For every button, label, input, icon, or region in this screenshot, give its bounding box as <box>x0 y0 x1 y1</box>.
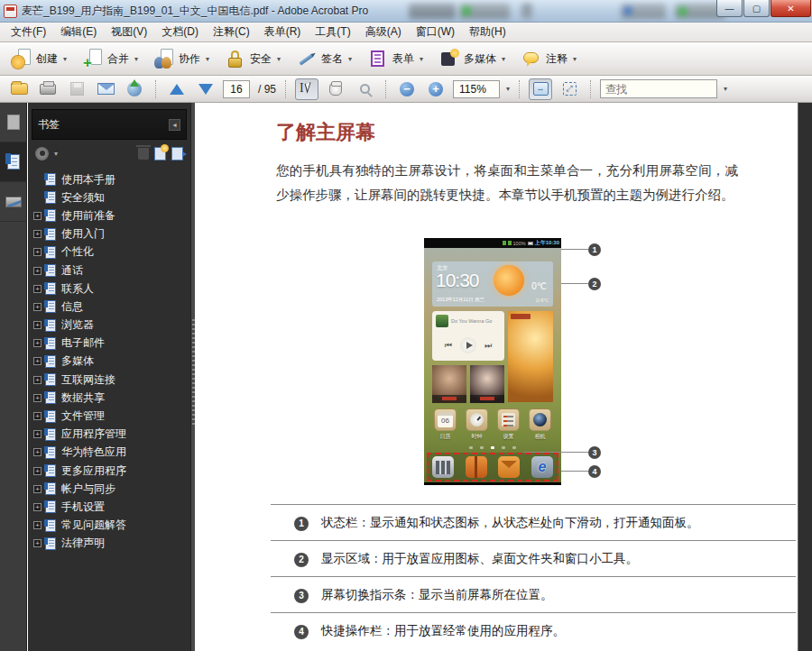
marquee-zoom-button[interactable] <box>353 78 376 100</box>
toolbar-button[interactable]: 创建 ▾ <box>5 45 73 72</box>
find-dropdown-caret-icon[interactable]: ▾ <box>724 85 727 93</box>
options-caret-icon[interactable]: ▾ <box>54 150 58 158</box>
hand-tool-button[interactable] <box>324 78 347 100</box>
open-file-button[interactable] <box>7 78 31 100</box>
collapse-panel-button[interactable]: ◂ <box>169 119 180 131</box>
bookmark-item[interactable]: + 使用前准备 <box>28 206 190 225</box>
bookmark-item[interactable]: + 常见问题解答 <box>28 517 190 535</box>
minimize-button[interactable]: — <box>716 0 743 17</box>
new-bookmark-icon[interactable] <box>154 147 166 160</box>
multimedia-icon <box>439 49 459 69</box>
globe-upload-icon <box>127 82 142 96</box>
expand-plus-icon[interactable]: + <box>33 339 42 347</box>
table-row: 4 快捷操作栏：用于放置经常使用的应用程序。 <box>271 612 796 648</box>
bookmark-item[interactable]: + 电子邮件 <box>28 335 190 353</box>
bookmark-item[interactable]: + 联系人 <box>28 280 190 298</box>
fit-page-button[interactable]: ⤢ <box>558 78 581 100</box>
find-box[interactable] <box>600 79 717 98</box>
expand-plus-icon[interactable]: + <box>33 394 42 402</box>
expand-plus-icon[interactable]: + <box>33 412 42 420</box>
save-button[interactable] <box>65 78 88 100</box>
expand-plus-icon[interactable]: + <box>33 467 42 475</box>
expand-bookmark-icon[interactable] <box>171 147 183 160</box>
menu-item[interactable]: 表单(R) <box>257 22 309 42</box>
bookmark-item[interactable]: + 互联网连接 <box>28 371 190 389</box>
navigation-pane-strip <box>0 103 27 651</box>
expand-plus-icon[interactable]: + <box>33 303 42 311</box>
bookmark-item[interactable]: + 使用入门 <box>28 225 190 243</box>
toolbar-button[interactable]: + 合并 ▾ <box>77 45 144 72</box>
menu-item[interactable]: 注释(C) <box>206 22 257 42</box>
zoom-in-button[interactable]: + <box>424 78 448 100</box>
menu-item[interactable]: 帮助(H) <box>462 22 513 42</box>
bookmark-item[interactable]: + 信息 <box>28 298 190 316</box>
zoom-out-button[interactable]: − <box>395 78 419 100</box>
menu-item[interactable]: 视图(V) <box>104 22 154 42</box>
album-art <box>436 315 448 327</box>
expand-plus-icon[interactable]: + <box>33 430 42 438</box>
menu-item[interactable]: 工具(T) <box>308 22 357 42</box>
phone-screenshot: 100% 上午10:30 北京 10:30 2013年12月11日 周三 0℃ … <box>424 238 561 485</box>
signatures-panel-button[interactable] <box>0 182 27 222</box>
bookmark-item[interactable]: + 个性化 <box>28 243 190 261</box>
bookmark-item[interactable]: 使用本手册 <box>28 170 190 188</box>
menu-item[interactable]: 窗口(W) <box>409 22 462 42</box>
bookmark-item[interactable]: + 法律声明 <box>28 535 190 553</box>
bookmark-item[interactable]: + 帐户与同步 <box>28 480 190 498</box>
toolbar-button[interactable]: 表单 ▾ <box>362 45 429 72</box>
expand-plus-icon[interactable]: + <box>33 285 42 293</box>
toolbar-button[interactable]: 协作 ▾ <box>148 45 216 72</box>
toolbar-separator <box>385 80 386 98</box>
expand-plus-icon[interactable]: + <box>33 321 42 329</box>
bookmark-item[interactable]: + 通话 <box>28 261 190 280</box>
previous-track-icon: ⏮ <box>445 341 452 351</box>
bookmark-page-icon <box>45 446 56 459</box>
expand-plus-icon[interactable]: + <box>33 521 42 529</box>
toolbar-button[interactable]: 签名 ▾ <box>291 45 358 72</box>
menu-item[interactable]: 文档(D) <box>154 22 206 42</box>
find-input[interactable] <box>601 83 702 96</box>
select-tool-button[interactable] <box>295 78 318 100</box>
menu-item[interactable]: 编辑(E) <box>53 22 104 42</box>
fit-width-button[interactable]: ↔ <box>529 78 552 100</box>
toolbar-button[interactable]: 注释 ▾ <box>515 45 583 72</box>
maximize-button[interactable]: ▢ <box>743 0 770 17</box>
expand-plus-icon[interactable]: + <box>33 267 42 275</box>
bookmark-item[interactable]: + 浏览器 <box>28 316 190 335</box>
bookmark-item[interactable]: + 应用程序管理 <box>28 426 190 444</box>
zoom-dropdown-caret-icon[interactable]: ▾ <box>506 85 510 93</box>
expand-plus-icon[interactable]: + <box>33 376 42 384</box>
expand-plus-icon[interactable]: + <box>33 212 42 220</box>
next-page-button[interactable] <box>194 78 217 100</box>
zoom-level-display[interactable]: 115% <box>453 80 500 98</box>
bookmark-item[interactable]: + 数据共享 <box>28 389 190 407</box>
previous-page-button[interactable] <box>165 78 189 100</box>
bookmark-item[interactable]: + 更多应用程序 <box>28 462 190 480</box>
upload-web-button[interactable] <box>123 78 146 100</box>
bookmark-item[interactable]: 安全须知 <box>28 188 190 206</box>
expand-plus-icon[interactable]: + <box>33 230 42 238</box>
bookmark-item[interactable]: + 手机设置 <box>28 498 190 516</box>
menu-item[interactable]: 高级(A) <box>358 22 409 42</box>
bookmark-item[interactable]: + 多媒体 <box>28 353 190 371</box>
bookmarks-panel-button[interactable] <box>0 142 27 182</box>
expand-plus-icon[interactable]: + <box>33 485 42 493</box>
toolbar-button[interactable]: 多媒体 ▾ <box>433 45 512 72</box>
print-button[interactable] <box>36 78 60 100</box>
menu-item[interactable]: 文件(F) <box>4 22 53 42</box>
close-button[interactable]: ✕ <box>770 0 811 17</box>
toolbar-button[interactable]: 安全 ▾ <box>219 45 287 72</box>
bookmarks-panel-header: 书签 ◂ <box>32 109 187 140</box>
pages-panel-button[interactable] <box>0 103 27 142</box>
bookmark-item[interactable]: + 文件管理 <box>28 407 190 425</box>
delete-bookmark-icon[interactable] <box>138 148 149 160</box>
page-number-input[interactable] <box>223 80 250 98</box>
expand-plus-icon[interactable]: + <box>33 448 42 456</box>
options-gear-icon[interactable] <box>35 147 49 160</box>
expand-plus-icon[interactable]: + <box>33 539 42 547</box>
expand-plus-icon[interactable]: + <box>33 248 42 256</box>
expand-plus-icon[interactable]: + <box>33 503 42 511</box>
email-button[interactable] <box>94 78 117 100</box>
expand-plus-icon[interactable]: + <box>33 357 42 365</box>
bookmark-item[interactable]: + 华为特色应用 <box>28 444 190 462</box>
